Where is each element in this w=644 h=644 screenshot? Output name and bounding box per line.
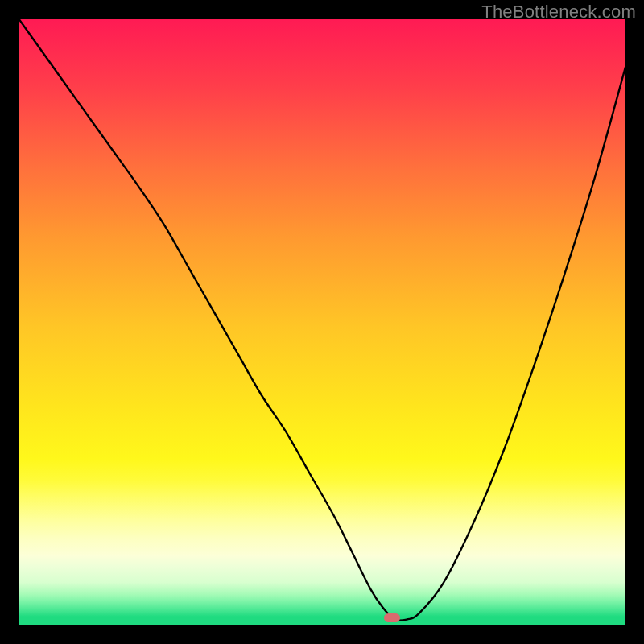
chart-frame: TheBottleneck.com xyxy=(0,0,644,644)
watermark-text: TheBottleneck.com xyxy=(481,2,636,23)
bottleneck-curve xyxy=(19,19,625,625)
plot-area xyxy=(19,19,625,625)
optimum-marker xyxy=(384,613,400,622)
